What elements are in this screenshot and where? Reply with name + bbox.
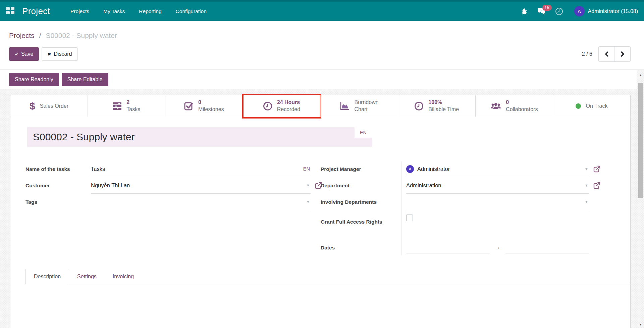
field-label: Dates [321,239,406,256]
menu-reporting[interactable]: Reporting [132,2,168,21]
dollar-icon: $ [30,100,35,112]
chevron-down-icon[interactable]: ▼ [306,200,310,204]
apps-menu-icon[interactable] [6,7,15,16]
field-label: Department [321,177,406,194]
menu-my-tasks[interactable]: My Tasks [96,2,132,21]
user-avatar: A [574,6,585,16]
breadcrumb-projects-link[interactable]: Projects [9,32,35,39]
user-name: Administrator (15.08) [588,8,638,14]
field-row-department: Department Administration ▼ [321,177,589,194]
start-date-input[interactable] [406,242,490,253]
breadcrumb-separator: / [39,32,41,39]
tab-description[interactable]: Description [25,269,69,284]
share-readonly-button[interactable]: Share Readonly [9,73,59,86]
field-label: Name of the tasks [25,161,91,177]
field-label: Customer [25,177,91,194]
tasks-icon [113,102,122,110]
chevron-down-icon[interactable]: ▼ [585,200,588,204]
pager-counter: 2 / 6 [582,51,592,57]
external-link-icon[interactable] [593,166,600,173]
share-editable-button[interactable]: Share Editable [62,73,108,86]
chevron-down-icon[interactable]: ▼ [585,167,588,171]
record-title: S00002 - Supply water [33,131,135,143]
field-row-name-of-tasks: Name of the tasks Tasks EN [25,161,311,177]
name-of-tasks-input[interactable]: Tasks EN [91,161,311,177]
scroll-down-arrow[interactable]: ▼ [637,322,644,327]
field-row-grant-full-access: Grant Full Access Rights [321,210,589,239]
menu-projects[interactable]: Projects [63,2,96,21]
form-sheet: $ Sales Order 2 Tasks [10,95,631,328]
control-panel: Projects / S00002 - Supply water ✔ Save … [0,21,644,70]
users-icon [490,102,501,110]
field-label: Project Manager [321,161,406,177]
breadcrumb: Projects / S00002 - Supply water [9,32,117,40]
field-row-tags: Tags ▼ [25,194,311,210]
menu-configuration[interactable]: Configuration [169,2,214,21]
discard-button[interactable]: ✖ Discard [42,47,77,61]
field-row-customer: Customer Nguyễn Thị Lan ▼ [25,177,311,194]
stat-button-billable-time[interactable]: 100% Billable Time [398,95,475,117]
green-dot-icon [576,103,581,109]
stat-button-burndown-chart[interactable]: Burndown Chart [320,95,398,117]
tags-input[interactable]: ▼ [91,194,311,210]
stat-button-row: $ Sales Order 2 Tasks [10,95,630,117]
app-brand[interactable]: Project [22,6,50,16]
field-row-dates: Dates → [321,239,589,256]
title-lang-badge[interactable]: EN [355,127,372,138]
field-row-involving-departments: Involving Departments ▼ [321,194,589,210]
vertical-scrollbar[interactable]: ▲ ▼ [637,70,644,328]
record-title-field[interactable]: S00002 - Supply water EN [27,127,372,147]
stat-button-sales-order[interactable]: $ Sales Order [10,95,88,117]
area-chart-icon [340,102,350,110]
content-area: Share Readonly Share Editable $ Sales Or… [0,70,644,328]
field-lang-badge[interactable]: EN [303,166,310,172]
involving-departments-input[interactable]: ▼ [406,194,589,210]
share-button-row: Share Readonly Share Editable [0,70,637,89]
customer-input[interactable]: Nguyễn Thị Lan ▼ [91,177,311,194]
tab-settings[interactable]: Settings [69,269,105,284]
breadcrumb-current: S00002 - Supply water [46,32,117,39]
check-icon: ✔ [15,52,18,57]
field-row-project-manager: Project Manager A Administrator ▼ [321,161,589,177]
chevron-down-icon[interactable]: ▼ [306,183,310,187]
field-label: Grant Full Access Rights [321,214,406,226]
arrow-right-icon: → [494,243,501,252]
notebook-tabs: Description Settings Invoicing [25,267,630,284]
clock-icon [414,101,424,111]
systray: 15 A Administrator (15.08) [520,6,638,16]
activities-clock-icon[interactable] [555,7,564,16]
scrollbar-thumb[interactable] [638,83,643,198]
top-navbar: Project Projects My Tasks Reporting Conf… [0,0,644,21]
department-input[interactable]: Administration ▼ [406,177,589,194]
stat-button-milestones[interactable]: 0 Milestones [165,95,243,117]
grant-full-access-checkbox[interactable] [406,215,413,221]
scroll-up-arrow[interactable]: ▲ [637,72,644,78]
messages-icon[interactable]: 15 [537,7,546,16]
stat-button-hours-recorded[interactable]: 24 Hours Recorded [243,95,320,117]
manager-avatar: A [406,165,414,173]
check-square-icon [184,101,194,111]
tab-invoicing[interactable]: Invoicing [105,269,142,284]
end-date-input[interactable] [505,242,589,253]
x-icon: ✖ [47,52,51,57]
save-button[interactable]: ✔ Save [9,47,39,61]
project-manager-input[interactable]: A Administrator ▼ [406,161,589,177]
stat-button-on-track[interactable]: On Track [553,95,630,117]
field-label: Involving Departments [321,194,406,210]
external-link-icon[interactable] [593,182,600,189]
debug-bug-icon[interactable] [520,7,529,16]
field-label: Tags [25,194,91,210]
pager-previous-button[interactable] [599,47,614,61]
chevron-down-icon[interactable]: ▼ [585,183,588,187]
pager-next-button[interactable] [614,47,630,61]
user-menu[interactable]: A Administrator (15.08) [574,6,638,16]
stat-button-collaborators[interactable]: 0 Collaborators [475,95,553,117]
message-count-badge: 15 [542,5,552,11]
stat-button-tasks[interactable]: 2 Tasks [88,95,165,117]
clock-icon [263,101,272,111]
